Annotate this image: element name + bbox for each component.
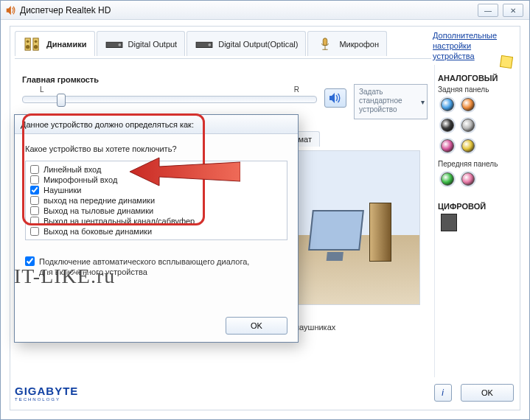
jack-rear-grey[interactable] xyxy=(461,119,475,132)
tab-label: Digital Output(Optical) xyxy=(218,40,298,49)
slider-thumb[interactable] xyxy=(57,94,66,107)
option-mic-in[interactable]: Микрофонный вход xyxy=(30,175,282,185)
option-center-sub[interactable]: Выход на центральный канал/сабвуфер xyxy=(30,216,282,226)
front-panel-label: Передняя панель xyxy=(438,160,511,168)
option-rear-speakers[interactable]: Выход на тыловые динамики xyxy=(30,206,282,216)
option-label: выход на передние динамики xyxy=(43,196,155,205)
default-device-dropdown[interactable]: Задать стандартное устройство ▾ xyxy=(354,84,428,119)
sticky-note-icon[interactable] xyxy=(500,55,513,69)
auto-popup-label: Подключение автоматического всплывающего… xyxy=(39,256,265,278)
main-ok-button[interactable]: OK xyxy=(461,384,514,402)
analog-heading: АНАЛОГОВЫЙ xyxy=(438,74,511,83)
titlebar: Диспетчер Realtek HD — ✕ xyxy=(1,1,529,20)
mute-button[interactable] xyxy=(324,88,346,108)
jack-rear-pink[interactable] xyxy=(441,139,454,153)
dialog-question: Какое устройство вы хотете поключить? xyxy=(25,144,287,153)
close-button[interactable]: ✕ xyxy=(503,4,523,17)
option-line-in[interactable]: Линейный вход xyxy=(30,164,282,175)
tab-microphone[interactable]: Микрофон xyxy=(307,31,387,56)
speakers-icon xyxy=(23,37,42,52)
footer: GIGABYTE TECHNOLOGY i OK xyxy=(15,380,514,405)
connectors-panel: АНАЛОГОВЫЙ Задняя панель Передняя панель… xyxy=(434,65,514,377)
chevron-down-icon: ▾ xyxy=(421,98,425,107)
checkbox[interactable] xyxy=(30,175,39,184)
option-label: Наушники xyxy=(43,186,81,195)
tab-speakers[interactable]: Динамики xyxy=(15,31,95,56)
window-title: Диспетчер Realtek HD xyxy=(20,5,111,15)
checkbox[interactable] xyxy=(25,256,35,266)
balance-l-label: L xyxy=(40,85,44,94)
checkbox[interactable] xyxy=(30,227,39,236)
jack-rear-orange[interactable] xyxy=(461,98,475,111)
volume-header: Главная громкость xyxy=(22,75,99,84)
dialog-title: Данное устройство должно определяться ка… xyxy=(15,115,298,134)
checkbox[interactable] xyxy=(30,186,39,195)
tab-digital-output[interactable]: Digital Output xyxy=(97,31,186,56)
jack-front-green[interactable] xyxy=(441,172,454,186)
tab-label: Динамики xyxy=(46,40,87,49)
option-side-speakers[interactable]: Выход на боковые динамики xyxy=(30,226,282,237)
svg-point-5 xyxy=(34,44,38,48)
jack-rear-yellow[interactable] xyxy=(461,139,475,153)
jack-rear-black[interactable] xyxy=(441,119,454,132)
brand-logo: GIGABYTE TECHNOLOGY xyxy=(15,385,78,402)
receiver-icon xyxy=(105,37,124,52)
tab-label: Микрофон xyxy=(339,40,379,49)
dialog-ok-button[interactable]: OK xyxy=(226,317,287,335)
receiver-icon xyxy=(195,37,214,52)
checkbox[interactable] xyxy=(30,196,39,205)
option-headphones[interactable]: Наушники xyxy=(30,185,282,195)
rear-panel-label: Задняя панель xyxy=(438,85,511,94)
speaker-icon xyxy=(5,5,15,15)
device-options-list: Линейный вход Микрофонный вход Наушники … xyxy=(25,161,287,240)
info-button[interactable]: i xyxy=(434,384,452,402)
jack-rear-blue[interactable] xyxy=(441,98,454,111)
balance-r-label: R xyxy=(294,85,299,94)
digital-heading: ЦИФРОВОЙ xyxy=(438,202,511,211)
option-label: Выход на боковые динамики xyxy=(43,227,152,236)
option-label: Выход на центральный канал/сабвуфер xyxy=(43,217,195,225)
svg-point-9 xyxy=(209,43,212,46)
slider-track[interactable] xyxy=(22,96,317,103)
microphone-icon xyxy=(315,37,335,52)
checkbox[interactable] xyxy=(30,206,39,215)
main-window: Диспетчер Realtek HD — ✕ Динамики Digita… xyxy=(0,0,530,420)
device-tabs: Динамики Digital Output Digital Output(O… xyxy=(15,31,431,59)
auto-popup-option[interactable]: Подключение автоматического всплывающего… xyxy=(25,256,287,278)
default-device-label: Задать стандартное устройство xyxy=(359,88,402,113)
tab-digital-output-optical[interactable]: Digital Output(Optical) xyxy=(186,31,306,56)
svg-point-7 xyxy=(118,43,121,46)
option-label: Выход на тыловые динамики xyxy=(43,206,153,215)
svg-point-4 xyxy=(26,44,29,48)
device-type-dialog: Данное устройство должно определяться ка… xyxy=(14,114,299,343)
option-label: Микрофонный вход xyxy=(43,175,117,184)
option-front-speakers[interactable]: выход на передние динамики xyxy=(30,195,282,206)
digital-jack[interactable] xyxy=(441,214,457,231)
speaker-graphic xyxy=(369,203,391,262)
checkbox[interactable] xyxy=(30,165,39,174)
volume-slider[interactable]: L R xyxy=(22,87,317,103)
svg-rect-10 xyxy=(324,38,327,45)
jack-front-pink[interactable] xyxy=(461,172,475,186)
minimize-button[interactable]: — xyxy=(478,4,498,17)
option-label: Линейный вход xyxy=(43,165,101,174)
sound-icon xyxy=(329,92,342,104)
svg-point-2 xyxy=(27,40,29,43)
tab-label: Digital Output xyxy=(128,40,178,49)
checkbox[interactable] xyxy=(30,217,39,225)
monitor-graphic xyxy=(308,210,364,251)
svg-point-3 xyxy=(35,40,38,43)
